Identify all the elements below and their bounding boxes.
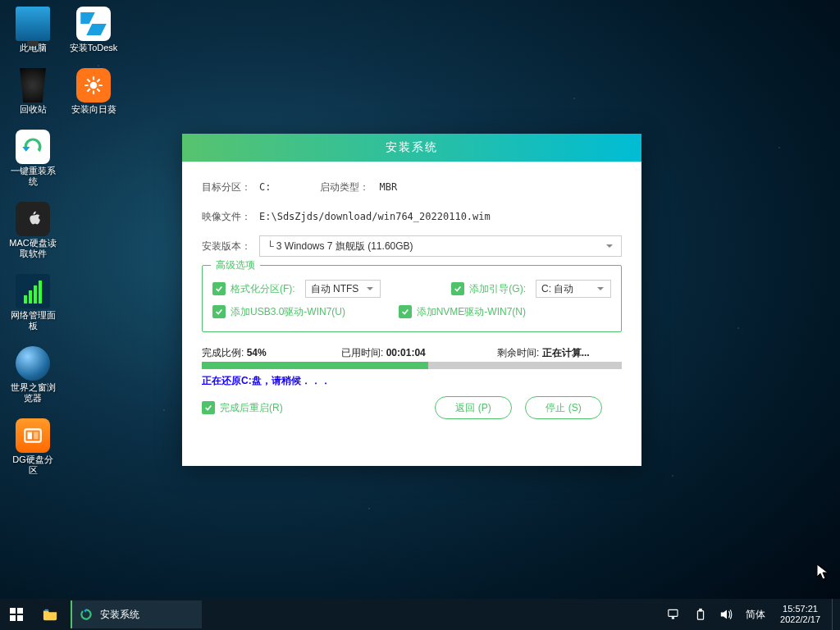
todesk-icon (76, 7, 111, 41)
bootadd-label: 添加引导(G): (469, 282, 526, 296)
onekey-icon (16, 130, 50, 164)
installer-window: 安装系统 目标分区： C: 启动类型： MBR 映像文件： E:\SdsZjds… (182, 134, 641, 466)
remain-value: 正在计算... (542, 347, 590, 358)
usb3-label: 添加USB3.0驱动-WIN7(U) (231, 305, 345, 319)
desktop-icon-network-panel[interactable]: 网络管理面板 (8, 274, 57, 331)
desktop-icon-sunflower[interactable]: 安装向日葵 (69, 68, 118, 115)
window-footer: 完成后重启(R) 返回 (P) 停止 (S) (202, 388, 622, 419)
progress-bar (202, 362, 622, 369)
bootadd-select[interactable]: C: 自动 (536, 280, 611, 298)
windows-icon (10, 608, 23, 621)
desktop-icon-this-pc[interactable]: 此电脑 (8, 7, 57, 53)
sunflower-icon (76, 68, 111, 103)
desktop-icon-todesk[interactable]: 安装ToDesk (69, 7, 118, 53)
tray-clock[interactable]: 15:57:21 2022/2/17 (774, 604, 827, 625)
progress-label: 完成比例: (202, 347, 244, 358)
explorer-button[interactable] (33, 599, 67, 630)
image-value: E:\SdsZjds/download/win764_20220110.wim (259, 211, 491, 222)
usb3-checkbox[interactable] (212, 305, 226, 318)
advanced-options: 高级选项 格式化分区(F): 自动 NTFS 添加引导(G): C: 自动 添加… (202, 265, 622, 332)
reboot-checkbox[interactable] (202, 401, 215, 414)
bootadd-checkbox[interactable] (451, 282, 464, 295)
icon-label: 世界之窗浏览器 (9, 382, 57, 404)
version-label: 安装版本： (202, 240, 259, 253)
window-title: 安装系统 (182, 134, 641, 162)
desktop-icon-theworld-browser[interactable]: 世界之窗浏览器 (8, 346, 57, 404)
desktop-icon-recycle-bin[interactable]: 回收站 (8, 68, 57, 115)
desktop-icons: 此电脑 安装ToDesk 回收站 安装向日葵 (8, 7, 139, 476)
boot-label: 启动类型： (320, 180, 379, 194)
svg-rect-1 (25, 429, 41, 441)
svg-rect-10 (698, 611, 704, 620)
svg-rect-9 (672, 617, 674, 619)
clock-date: 2022/2/17 (780, 614, 820, 625)
icon-label: 安装ToDesk (70, 43, 118, 53)
icon-label: 一键重装系统 (9, 166, 57, 187)
clock-time: 15:57:21 (780, 604, 820, 614)
start-button[interactable] (0, 599, 33, 630)
progress-meta: 完成比例: 54% 已用时间: 00:01:04 剩余时间: 正在计算... (202, 345, 622, 360)
svg-rect-2 (28, 432, 32, 440)
elapsed-value: 00:01:04 (386, 347, 426, 358)
tray-ime[interactable]: 简体 (742, 599, 769, 630)
boot-value: MBR (379, 181, 397, 193)
taskbar-task-installer[interactable]: 安装系统 (71, 600, 202, 628)
network-panel-icon (16, 274, 50, 308)
installer-task-icon (79, 607, 94, 622)
icon-label: DG硬盘分区 (9, 454, 57, 476)
cursor-icon (816, 564, 829, 585)
icon-label: MAC硬盘读取软件 (9, 238, 57, 259)
tray-network-icon[interactable] (664, 599, 685, 630)
target-value: C: (259, 181, 271, 193)
nvme-checkbox[interactable] (399, 305, 412, 318)
icon-label: 回收站 (20, 104, 47, 115)
svg-rect-4 (10, 608, 16, 614)
remain-label: 剩余时间: (497, 347, 539, 358)
image-file-row: 映像文件： E:\SdsZjds/download/win764_2022011… (202, 206, 622, 227)
image-label: 映像文件： (202, 210, 259, 224)
show-desktop-button[interactable] (832, 599, 837, 630)
tray-volume-icon[interactable] (716, 599, 737, 630)
reboot-label: 完成后重启(R) (220, 401, 283, 415)
folder-icon (43, 608, 57, 621)
trash-icon (16, 68, 50, 103)
globe-icon (16, 346, 50, 381)
tray: 简体 15:57:21 2022/2/17 (664, 599, 840, 630)
format-select[interactable]: 自动 NTFS (305, 280, 381, 298)
svg-rect-5 (17, 608, 23, 614)
nvme-label: 添加NVME驱动-WIN7(N) (417, 305, 526, 319)
desktop-icon-mac-disk-reader[interactable]: MAC硬盘读取软件 (8, 202, 57, 259)
svg-rect-6 (10, 615, 16, 621)
format-checkbox[interactable] (212, 282, 226, 295)
elapsed-label: 已用时间: (341, 347, 383, 358)
svg-rect-11 (699, 609, 702, 612)
monitor-icon (16, 7, 50, 41)
mac-disk-icon (16, 202, 50, 236)
tray-usb-icon[interactable] (690, 599, 711, 630)
dg-icon (16, 418, 50, 453)
version-value: └ 3 Windows 7 旗舰版 (11.60GB) (267, 240, 413, 253)
target-partition-row: 目标分区： C: 启动类型： MBR (202, 176, 622, 198)
install-version-row: 安装版本： └ 3 Windows 7 旗舰版 (11.60GB) (202, 235, 622, 257)
svg-rect-3 (34, 432, 38, 440)
progress-percent: 54% (247, 347, 267, 358)
progress-fill (202, 362, 428, 369)
taskbar: 安装系统 简体 15:57:21 2022/2/17 (0, 599, 840, 630)
window-body: 目标分区： C: 启动类型： MBR 映像文件： E:\SdsZjds/down… (182, 162, 641, 466)
icon-label: 安装向日葵 (71, 104, 116, 115)
desktop-icon-onekey-reinstall[interactable]: 一键重装系统 (8, 130, 57, 187)
back-button[interactable]: 返回 (P) (435, 396, 512, 419)
format-label: 格式化分区(F): (231, 282, 295, 296)
target-label: 目标分区： (202, 180, 259, 194)
icon-label: 网络管理面板 (9, 310, 57, 331)
svg-point-0 (90, 82, 98, 89)
advanced-legend: 高级选项 (211, 258, 260, 272)
stop-button[interactable]: 停止 (S) (525, 396, 602, 419)
taskbar-task-label: 安装系统 (100, 608, 139, 622)
version-select[interactable]: └ 3 Windows 7 旗舰版 (11.60GB) (259, 235, 622, 257)
desktop-icon-dg-partition[interactable]: DG硬盘分区 (8, 418, 57, 476)
svg-rect-8 (669, 609, 678, 616)
status-text: 正在还原C:盘，请稍候．．． (202, 374, 622, 388)
svg-rect-7 (17, 615, 23, 621)
